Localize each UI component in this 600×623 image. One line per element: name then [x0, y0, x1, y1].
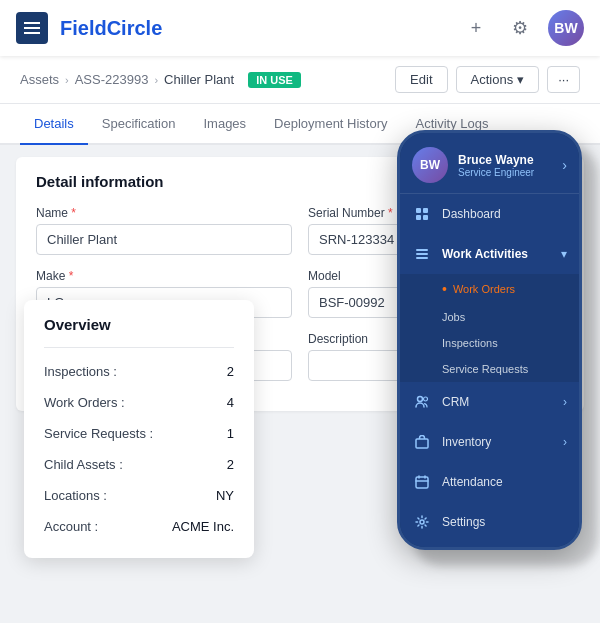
phone-username: Bruce Wayne — [458, 153, 552, 167]
breadcrumb-asset-name: Chiller Plant — [164, 72, 234, 87]
attendance-icon — [412, 472, 432, 492]
breadcrumb-actions: Edit Actions ▾ ··· — [395, 66, 580, 93]
serial-required: * — [388, 206, 393, 220]
phone-submenu-work-orders[interactable]: Work Orders — [400, 274, 579, 304]
work-activities-chevron-icon: ▾ — [561, 247, 567, 261]
tab-details[interactable]: Details — [20, 104, 88, 145]
svg-rect-3 — [423, 215, 428, 220]
svg-rect-1 — [423, 208, 428, 213]
user-avatar[interactable]: BW — [548, 10, 584, 46]
breadcrumb-bar: Assets › ASS-223993 › Chiller Plant IN U… — [0, 56, 600, 104]
overview-divider — [44, 347, 234, 348]
overview-row-inspections: Inspections : 2 — [44, 356, 234, 387]
overview-row-child: Child Assets : 2 — [44, 449, 234, 480]
svg-point-8 — [424, 397, 428, 401]
svg-rect-5 — [416, 253, 428, 255]
make-label: Make * — [36, 269, 292, 283]
settings-icon — [412, 512, 432, 532]
navbar-actions: + ⚙ BW — [460, 10, 584, 46]
phone-header: BW Bruce Wayne Service Engineer › — [400, 133, 579, 194]
overview-title: Overview — [44, 316, 234, 333]
name-field-group: Name * — [36, 206, 292, 255]
phone-menu-label-settings: Settings — [442, 515, 567, 529]
overview-card: Overview Inspections : 2 Work Orders : 4… — [24, 300, 254, 558]
name-label: Name * — [36, 206, 292, 220]
app-container: FieldCircle + ⚙ BW Assets › ASS-223993 ›… — [0, 0, 600, 623]
phone-screen: BW Bruce Wayne Service Engineer › — [400, 133, 579, 547]
name-required: * — [71, 206, 76, 220]
svg-rect-2 — [416, 215, 421, 220]
name-input[interactable] — [36, 224, 292, 255]
phone-submenu-jobs[interactable]: Jobs — [400, 304, 579, 330]
breadcrumb-assets[interactable]: Assets — [20, 72, 59, 87]
overview-value-service: 1 — [227, 426, 234, 441]
svg-rect-4 — [416, 249, 428, 251]
phone-menu-label-crm: CRM — [442, 395, 563, 409]
phone-submenu-inspections[interactable]: Inspections — [400, 330, 579, 356]
phone-mockup: BW Bruce Wayne Service Engineer › — [397, 130, 582, 550]
actions-button[interactable]: Actions ▾ — [456, 66, 540, 93]
phone-menu-settings[interactable]: Settings — [400, 502, 579, 542]
inventory-chevron-icon: › — [563, 435, 567, 449]
breadcrumb-sep-1: › — [65, 74, 69, 86]
breadcrumb-sep-2: › — [154, 74, 158, 86]
make-required: * — [69, 269, 74, 283]
status-badge: IN USE — [248, 72, 301, 88]
phone-user-role: Service Engineer — [458, 167, 552, 178]
phone-user-avatar: BW — [412, 147, 448, 183]
settings-icon[interactable]: ⚙ — [504, 12, 536, 44]
phone-menu-label-attendance: Attendance — [442, 475, 567, 489]
work-activities-icon — [412, 244, 432, 264]
overview-value-workorders: 4 — [227, 395, 234, 410]
svg-rect-9 — [416, 439, 428, 448]
phone-menu-inventory[interactable]: Inventory › — [400, 422, 579, 462]
overview-row-service: Service Requests : 1 — [44, 418, 234, 449]
dashboard-icon — [412, 204, 432, 224]
overview-value-child: 2 — [227, 457, 234, 472]
tab-deployment-history[interactable]: Deployment History — [260, 104, 401, 143]
phone-menu-label-dashboard: Dashboard — [442, 207, 567, 221]
tab-specification[interactable]: Specification — [88, 104, 190, 143]
edit-button[interactable]: Edit — [395, 66, 447, 93]
actions-label: Actions — [471, 72, 514, 87]
svg-point-7 — [418, 397, 423, 402]
phone-menu-dashboard[interactable]: Dashboard — [400, 194, 579, 234]
svg-point-11 — [420, 520, 424, 524]
overview-value-inspections: 2 — [227, 364, 234, 379]
crm-icon — [412, 392, 432, 412]
overview-row-account: Account : ACME Inc. — [44, 511, 234, 542]
phone-menu-attendance[interactable]: Attendance — [400, 462, 579, 502]
svg-rect-6 — [416, 257, 428, 259]
phone-menu-work-activities[interactable]: Work Activities ▾ — [400, 234, 579, 274]
phone-menu-crm[interactable]: CRM › — [400, 382, 579, 422]
phone-submenu-work-activities: Work Orders Jobs Inspections Service Req… — [400, 274, 579, 382]
overview-value-account: ACME Inc. — [172, 519, 234, 534]
tab-images[interactable]: Images — [189, 104, 260, 143]
phone-submenu-service-requests[interactable]: Service Requests — [400, 356, 579, 382]
overview-label-service: Service Requests : — [44, 426, 153, 441]
overview-value-locations: NY — [216, 488, 234, 503]
overview-label-inspections: Inspections : — [44, 364, 117, 379]
phone-user-info: Bruce Wayne Service Engineer — [458, 153, 552, 178]
overview-row-locations: Locations : NY — [44, 480, 234, 511]
breadcrumb-asset-id[interactable]: ASS-223993 — [75, 72, 149, 87]
overview-label-child: Child Assets : — [44, 457, 123, 472]
crm-chevron-icon: › — [563, 395, 567, 409]
svg-rect-10 — [416, 477, 428, 488]
phone-menu-label-inventory: Inventory — [442, 435, 563, 449]
overview-row-workorders: Work Orders : 4 — [44, 387, 234, 418]
svg-rect-0 — [416, 208, 421, 213]
avatar-initials: BW — [548, 10, 584, 46]
overview-label-account: Account : — [44, 519, 98, 534]
actions-chevron-icon: ▾ — [517, 72, 524, 87]
inventory-icon — [412, 432, 432, 452]
more-button[interactable]: ··· — [547, 66, 580, 93]
overview-label-locations: Locations : — [44, 488, 107, 503]
phone-menu-label-work-activities: Work Activities — [442, 247, 561, 261]
navbar: FieldCircle + ⚙ BW — [0, 0, 600, 56]
app-logo: FieldCircle — [60, 17, 460, 40]
hamburger-menu[interactable] — [16, 12, 48, 44]
add-button[interactable]: + — [460, 12, 492, 44]
phone-profile-chevron[interactable]: › — [562, 157, 567, 173]
overview-label-workorders: Work Orders : — [44, 395, 125, 410]
